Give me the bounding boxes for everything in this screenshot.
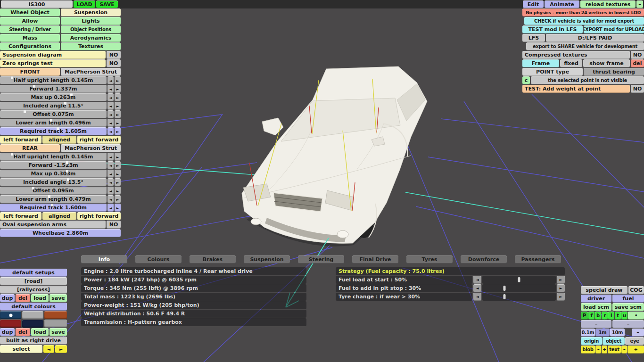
increase-button[interactable]: ► [115,178,121,186]
colour-del-button[interactable]: del [16,328,30,336]
setup-load-button[interactable]: load [31,294,49,302]
colour-swatch-1-selected[interactable] [0,311,21,319]
export-mod-button[interactable]: EXPORT mod for UPLOAD [584,25,644,33]
tab-final-drive[interactable]: Final Drive [352,255,398,263]
tyre-change-slider[interactable] [482,293,556,301]
special-draw-button[interactable]: special draw [581,286,627,294]
default-colours-button[interactable]: default colours [0,303,67,311]
frame-button[interactable]: Frame [522,59,559,67]
fuel-load-slider[interactable] [482,276,556,284]
dash-button-1[interactable]: – [581,320,611,328]
layer-t-button[interactable]: t [615,312,621,320]
cog-button[interactable]: COG [628,286,644,294]
lfs-button[interactable]: LFS [522,34,545,42]
decrease-button[interactable]: ◄ [107,178,114,186]
suspension-diagram-toggle[interactable]: NO [107,51,121,59]
check-vehicle-button[interactable]: CHECK if vehicle is valid for mod export [524,17,644,25]
save-vehicle-button[interactable]: SAVE [96,0,118,8]
rear-half-upright-slider[interactable]: Half upright length 0.145m [0,153,107,161]
tab-info[interactable]: Info [81,255,127,263]
tab-downforce[interactable]: Downforce [461,255,507,263]
dash-button-2[interactable]: – [612,320,644,328]
front-right-forward-button[interactable]: right forward [77,136,121,144]
increase-button[interactable]: ► [115,187,121,195]
colour-swatch-5[interactable] [22,320,43,328]
decrease-button[interactable]: ◄ [107,170,114,178]
decrease-button[interactable]: ◄ [473,276,481,284]
decrease-button[interactable]: ◄ [107,161,114,169]
rear-strut-type[interactable]: MacPherson Strut [61,144,121,152]
oval-suspension-toggle[interactable]: NO [107,221,121,229]
front-offset-slider[interactable]: Offset 0.075m [0,110,107,118]
increase-button[interactable]: ► [115,110,121,118]
setup-rallycross-button[interactable]: [rallycross] [0,286,67,294]
decrease-button[interactable]: ◄ [107,110,114,118]
tab-textures[interactable]: Textures [61,42,121,50]
increase-button[interactable]: ► [115,93,121,101]
blob-plus-button[interactable]: + [602,346,607,354]
rear-offset-slider[interactable]: Offset 0.095m [0,187,107,195]
decrease-button[interactable]: ◄ [107,187,114,195]
slider-thumb[interactable] [503,294,505,299]
test-weight-label[interactable]: TEST: Add weight at point [522,85,630,93]
increase-button[interactable]: ► [115,85,121,93]
colour-dup-button[interactable]: dup [0,328,15,336]
rear-aligned-button[interactable]: aligned [42,212,76,220]
front-included-angle-slider[interactable]: Included angle 11.5° [0,102,107,110]
decrease-button[interactable]: ◄ [107,204,114,212]
decrease-button[interactable]: ◄ [473,293,481,301]
front-forward-slider[interactable]: Forward 1.337m [0,85,107,93]
colour-swatch-2[interactable] [22,311,43,319]
default-setups-button[interactable]: default setups [0,269,67,277]
rear-required-track[interactable]: Required track 1.600m [0,204,107,212]
front-max-up-slider[interactable]: Max up 0.263m [0,93,107,101]
increase-button[interactable]: ► [115,204,121,212]
layer-f-button[interactable]: f [588,312,594,320]
increase-button[interactable]: ► [115,119,121,127]
setup-del-button[interactable]: del [16,294,30,302]
tab-configurations[interactable]: Configurations [0,42,60,50]
setup-road-button[interactable]: [road] [0,277,67,285]
rear-max-up-slider[interactable]: Max up 0.303m [0,170,107,178]
increase-button[interactable]: ► [115,76,121,84]
driver-button[interactable]: driver [581,295,611,303]
reload-textures-button[interactable]: reload textures [580,0,636,8]
tab-aerodynamics[interactable]: Aerodynamics [61,34,121,42]
decrease-button[interactable]: ◄ [107,127,114,135]
scale-0-1m-button[interactable]: 0.1m [581,329,595,337]
text-minus-button[interactable]: – [621,346,627,354]
blob-minus-button[interactable]: – [595,346,601,354]
decrease-button[interactable]: ◄ [473,284,481,292]
fuel-button[interactable]: fuel [612,295,644,303]
front-lower-arm-slider[interactable]: Lower arm length 0.496m [0,119,107,127]
point-type-button[interactable]: POINT type [522,68,583,76]
setup-save-button[interactable]: save [50,294,67,302]
animate-mode-button[interactable]: Animate [545,0,579,8]
slider-thumb[interactable] [518,277,520,282]
scale-10m-button[interactable]: 10m [610,329,625,337]
view-origin-button[interactable]: origin [581,337,602,345]
c-button[interactable]: c [522,76,530,84]
decrease-button[interactable]: ◄ [107,195,114,203]
view-object-button[interactable]: object [603,337,625,345]
oval-suspension-label[interactable]: Oval suspension arms [0,221,106,229]
colour-save-button[interactable]: save [50,328,67,336]
fixed-button[interactable]: fixed [560,59,582,67]
rear-included-angle-slider[interactable]: Included angle 13.5° [0,178,107,186]
layer-u-button[interactable]: u [621,312,627,320]
setup-dup-button[interactable]: dup [0,294,15,302]
layer-r-button[interactable]: r [602,312,608,320]
increase-button[interactable]: ► [115,153,121,161]
colour-swatch-4[interactable] [0,320,21,328]
tab-colours[interactable]: Colours [135,255,182,263]
show-frame-button[interactable]: show frame [583,59,630,67]
view-eye-button[interactable]: eye [625,337,644,345]
front-left-forward-button[interactable]: left forward [0,136,41,144]
select-button[interactable]: select [0,345,42,353]
front-aligned-button[interactable]: aligned [42,136,76,144]
load-vehicle-button[interactable]: LOAD [74,0,95,8]
increase-button[interactable]: ► [115,161,121,169]
layer-b-button[interactable]: b [595,312,601,320]
front-strut-type[interactable]: MacPherson Strut [61,68,121,76]
text-plus-button[interactable]: + [627,346,644,354]
